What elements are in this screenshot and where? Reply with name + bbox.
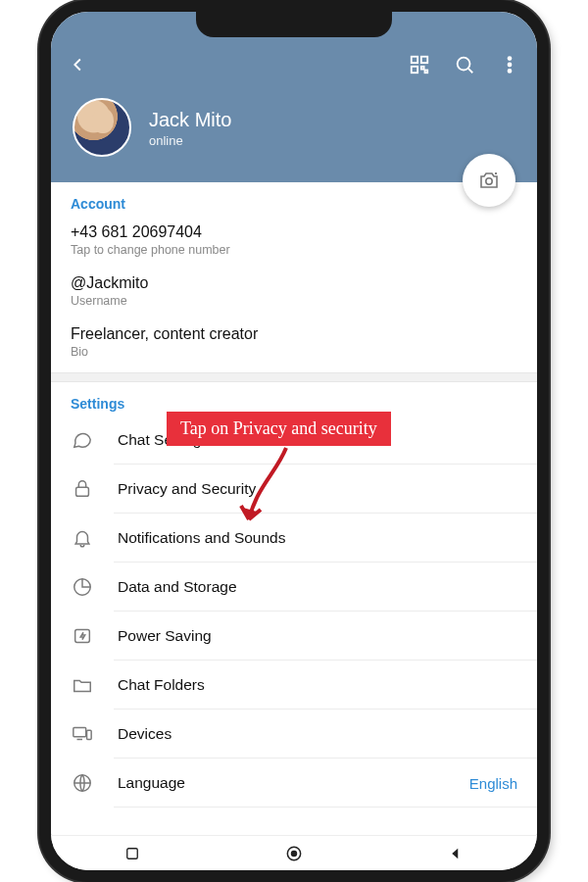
settings-item-label: Data and Storage: [118, 578, 517, 596]
profile-header: Jack Mito online: [51, 12, 537, 182]
svg-point-8: [509, 70, 512, 73]
devices-icon: [71, 722, 94, 746]
svg-rect-10: [76, 487, 89, 496]
bolt-icon: [71, 624, 94, 648]
section-title-settings: Settings: [51, 382, 537, 416]
account-phone-value: +43 681 20697404: [71, 223, 517, 241]
settings-item-label: Devices: [118, 725, 517, 743]
svg-point-5: [458, 58, 470, 71]
folder-icon: [71, 673, 94, 697]
settings-item-pie[interactable]: Data and Storage: [51, 563, 537, 612]
phone-notch: [196, 10, 392, 37]
bell-icon: [71, 526, 94, 550]
account-username-hint: Username: [71, 294, 517, 308]
account-username[interactable]: @Jackmito Username: [51, 267, 537, 318]
search-icon[interactable]: [453, 53, 476, 76]
svg-rect-16: [126, 848, 137, 858]
phone-frame: Jack Mito online Account +43 681 2069740…: [39, 0, 549, 882]
svg-point-7: [509, 64, 512, 67]
svg-point-6: [509, 57, 512, 60]
annotation-banner: Tap on Privacy and security: [167, 412, 391, 446]
account-phone[interactable]: +43 681 20697404 Tap to change phone num…: [51, 216, 537, 267]
settings-item-label: Privacy and Security: [118, 480, 517, 498]
settings-item-value: English: [469, 775, 517, 792]
nav-home[interactable]: [282, 842, 306, 865]
avatar[interactable]: [73, 98, 131, 157]
account-bio-hint: Bio: [71, 345, 517, 359]
settings-item-bolt[interactable]: Power Saving: [51, 612, 537, 661]
account-bio-value: Freelancer, content creator: [71, 325, 517, 343]
lock-icon: [71, 477, 94, 501]
svg-point-9: [486, 178, 492, 184]
settings-item-devices[interactable]: Devices: [51, 710, 537, 759]
pie-icon: [71, 575, 94, 599]
account-bio[interactable]: Freelancer, content creator Bio: [51, 318, 537, 368]
nav-recents[interactable]: [121, 842, 144, 865]
svg-point-18: [291, 851, 296, 856]
svg-rect-12: [75, 630, 90, 643]
camera-fab[interactable]: [463, 154, 515, 207]
profile-status: online: [149, 133, 231, 148]
settings-item-label: Power Saving: [118, 627, 517, 645]
svg-rect-13: [74, 728, 86, 737]
svg-rect-3: [421, 67, 424, 70]
settings-item-label: Chat Folders: [118, 676, 517, 694]
profile-name: Jack Mito: [149, 108, 231, 131]
qr-icon[interactable]: [408, 53, 431, 76]
svg-rect-2: [412, 67, 417, 73]
account-phone-hint: Tap to change phone number: [71, 243, 517, 257]
settings-item-globe[interactable]: LanguageEnglish: [51, 759, 537, 808]
account-username-value: @Jackmito: [71, 274, 517, 292]
settings-item-label: Notifications and Sounds: [118, 529, 517, 547]
svg-rect-4: [425, 71, 428, 74]
chat-icon: [71, 428, 94, 452]
back-button[interactable]: [67, 53, 90, 76]
more-icon[interactable]: [498, 53, 521, 76]
settings-item-folder[interactable]: Chat Folders: [51, 661, 537, 710]
section-divider: [51, 372, 537, 382]
nav-back[interactable]: [444, 842, 467, 865]
annotation-arrow-icon: [237, 443, 296, 531]
top-bar: [67, 49, 521, 80]
globe-icon: [71, 771, 94, 795]
android-nav-bar: [51, 835, 537, 870]
svg-rect-1: [421, 57, 427, 63]
screen: Jack Mito online Account +43 681 2069740…: [51, 12, 537, 870]
settings-item-label: Language: [118, 774, 446, 792]
svg-rect-0: [412, 57, 417, 63]
svg-rect-14: [87, 730, 92, 739]
